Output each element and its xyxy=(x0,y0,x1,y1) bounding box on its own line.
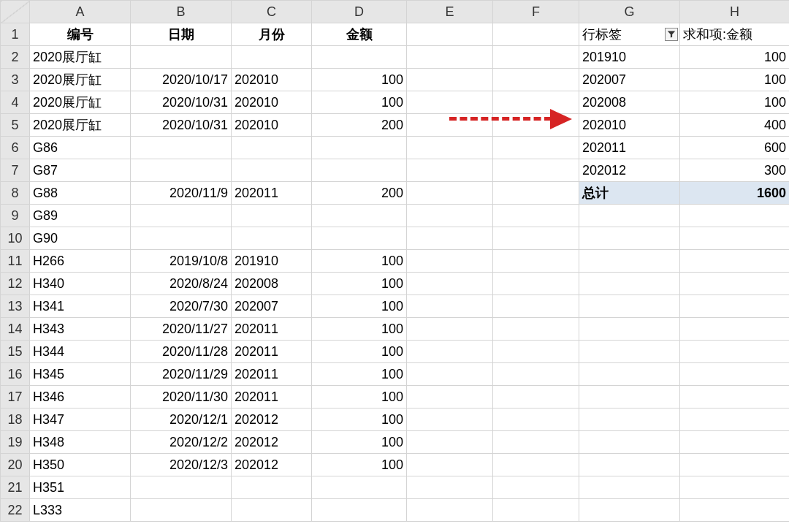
cell-empty[interactable] xyxy=(407,341,493,363)
row-header[interactable]: 1 xyxy=(1,23,30,46)
cell-empty[interactable] xyxy=(493,159,579,182)
cell-amount[interactable] xyxy=(312,159,407,182)
cell-empty[interactable] xyxy=(493,408,579,431)
row-header[interactable]: 19 xyxy=(1,431,30,454)
pivot-row-label[interactable]: 202012 xyxy=(579,159,680,182)
cell-empty[interactable] xyxy=(407,476,493,499)
cell-empty[interactable] xyxy=(680,250,790,273)
cell-month[interactable]: 202012 xyxy=(232,454,312,476)
cell-empty[interactable] xyxy=(493,91,579,114)
cell-id[interactable]: G90 xyxy=(30,227,131,250)
cell-date[interactable] xyxy=(131,46,232,69)
cell-empty[interactable] xyxy=(680,318,790,341)
cell-empty[interactable] xyxy=(407,454,493,476)
cell-date[interactable]: 2020/12/3 xyxy=(131,454,232,476)
cell-empty[interactable] xyxy=(407,295,493,318)
cell-empty[interactable] xyxy=(680,227,790,250)
cell-empty[interactable] xyxy=(407,114,493,137)
cell-id[interactable]: H346 xyxy=(30,386,131,408)
cell-empty[interactable] xyxy=(407,23,493,46)
pivot-row-value[interactable]: 100 xyxy=(680,46,790,69)
cell-empty[interactable] xyxy=(407,205,493,227)
cell-empty[interactable] xyxy=(493,137,579,159)
cell-empty[interactable] xyxy=(680,454,790,476)
cell-amount[interactable] xyxy=(312,227,407,250)
cell-month[interactable] xyxy=(232,46,312,69)
cell-id[interactable]: 2020展厅缸 xyxy=(30,69,131,91)
col-header-D[interactable]: D xyxy=(312,1,407,23)
cell-empty[interactable] xyxy=(493,499,579,522)
cell-month[interactable] xyxy=(232,137,312,159)
cell-empty[interactable] xyxy=(579,205,680,227)
cell-date[interactable]: 2020/10/17 xyxy=(131,69,232,91)
row-header[interactable]: 5 xyxy=(1,114,30,137)
cell-empty[interactable] xyxy=(493,273,579,295)
cell-month[interactable]: 202012 xyxy=(232,408,312,431)
row-header[interactable]: 15 xyxy=(1,341,30,363)
cell-date[interactable]: 2020/12/2 xyxy=(131,431,232,454)
cell-empty[interactable] xyxy=(407,363,493,386)
cell-empty[interactable] xyxy=(407,408,493,431)
cell-id[interactable]: G88 xyxy=(30,182,131,205)
row-header[interactable]: 13 xyxy=(1,295,30,318)
col-header-E[interactable]: E xyxy=(407,1,493,23)
cell-empty[interactable] xyxy=(407,431,493,454)
cell-amount[interactable]: 100 xyxy=(312,431,407,454)
cell-id[interactable]: H345 xyxy=(30,363,131,386)
cell-date[interactable]: 2020/12/1 xyxy=(131,408,232,431)
row-header[interactable]: 2 xyxy=(1,46,30,69)
cell-id[interactable]: H340 xyxy=(30,273,131,295)
cell-month[interactable] xyxy=(232,227,312,250)
pivot-row-label[interactable]: 202011 xyxy=(579,137,680,159)
cell-id[interactable]: G87 xyxy=(30,159,131,182)
cell-empty[interactable] xyxy=(407,137,493,159)
cell-date[interactable]: 2020/11/28 xyxy=(131,341,232,363)
cell-empty[interactable] xyxy=(579,408,680,431)
cell-id[interactable]: 2020展厅缸 xyxy=(30,91,131,114)
cell-amount[interactable]: 100 xyxy=(312,250,407,273)
cell-empty[interactable] xyxy=(493,182,579,205)
cell-empty[interactable] xyxy=(579,295,680,318)
cell-empty[interactable] xyxy=(407,46,493,69)
cell-empty[interactable] xyxy=(680,386,790,408)
cell-month[interactable] xyxy=(232,205,312,227)
cell-empty[interactable] xyxy=(680,341,790,363)
cell-month[interactable]: 202007 xyxy=(232,295,312,318)
cell-month[interactable] xyxy=(232,476,312,499)
pivot-filter-button[interactable] xyxy=(665,28,678,41)
cell-month[interactable]: 202008 xyxy=(232,273,312,295)
cell-month[interactable]: 202010 xyxy=(232,91,312,114)
cell-amount[interactable] xyxy=(312,476,407,499)
cell-empty[interactable] xyxy=(407,273,493,295)
cell-amount[interactable]: 100 xyxy=(312,386,407,408)
cell-empty[interactable] xyxy=(407,318,493,341)
cell-id[interactable]: L333 xyxy=(30,499,131,522)
col-header-G[interactable]: G xyxy=(579,1,680,23)
cell-empty[interactable] xyxy=(493,318,579,341)
cell-empty[interactable] xyxy=(407,182,493,205)
cell-empty[interactable] xyxy=(407,250,493,273)
cell-empty[interactable] xyxy=(579,454,680,476)
pivot-row-value[interactable]: 100 xyxy=(680,69,790,91)
cell-amount[interactable]: 200 xyxy=(312,182,407,205)
cell-empty[interactable] xyxy=(407,499,493,522)
cell-empty[interactable] xyxy=(579,318,680,341)
cell-month[interactable] xyxy=(232,499,312,522)
row-header[interactable]: 7 xyxy=(1,159,30,182)
cell-date[interactable]: 2020/11/30 xyxy=(131,386,232,408)
cell-empty[interactable] xyxy=(579,227,680,250)
cell-amount[interactable]: 100 xyxy=(312,69,407,91)
cell-empty[interactable] xyxy=(680,295,790,318)
cell-id[interactable]: H350 xyxy=(30,454,131,476)
row-header[interactable]: 12 xyxy=(1,273,30,295)
col-header-F[interactable]: F xyxy=(493,1,579,23)
cell-empty[interactable] xyxy=(493,46,579,69)
cell-empty[interactable] xyxy=(680,408,790,431)
cell-empty[interactable] xyxy=(579,250,680,273)
cell-empty[interactable] xyxy=(493,454,579,476)
header-month[interactable]: 月份 xyxy=(232,23,312,46)
header-amount[interactable]: 金额 xyxy=(312,23,407,46)
cell-amount[interactable]: 100 xyxy=(312,91,407,114)
pivot-header-sum[interactable]: 求和项:金额 xyxy=(680,23,790,46)
pivot-total-label[interactable]: 总计 xyxy=(579,182,680,205)
